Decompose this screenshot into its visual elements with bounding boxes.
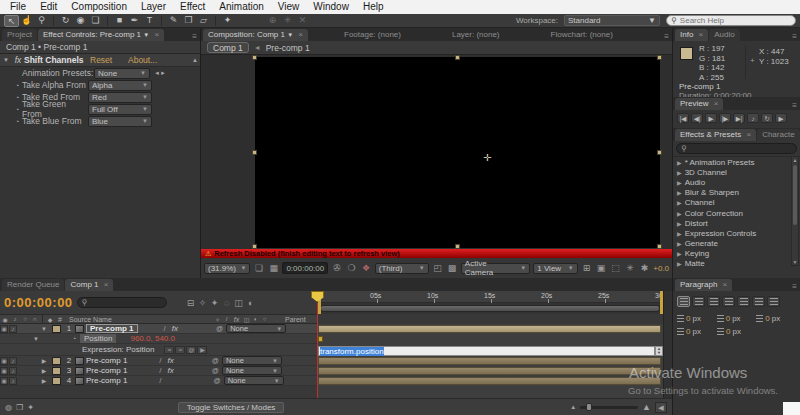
twirl-closed-icon[interactable]: ▶ <box>677 230 682 237</box>
safe-zones-icon[interactable]: ❏ <box>253 263 265 273</box>
time-ruler[interactable]: 05s 10s 15s 20s 25s 30s <box>318 291 663 303</box>
pan-behind-tool-icon[interactable]: ❏ <box>88 15 103 27</box>
tab-audio[interactable]: Audio <box>709 29 739 41</box>
twirl-open-icon[interactable]: ▼ <box>0 57 12 63</box>
hand-tool-icon[interactable]: ☝ <box>19 15 34 27</box>
category-matte[interactable]: ▶Matte <box>673 259 800 269</box>
stopwatch-icon[interactable]: ◔ <box>68 335 80 342</box>
resolution-dropdown[interactable]: (Third) ▼ <box>375 263 429 274</box>
parent-pickwhip-icon[interactable]: @ <box>214 377 221 384</box>
tab-render-queue[interactable]: Render Queue <box>2 279 64 291</box>
scroll-down-icon[interactable]: ▼ <box>792 259 798 265</box>
view-layout-dropdown[interactable]: 1 View ▼ <box>533 263 577 274</box>
comp-flowchart-icon[interactable]: ⊟ <box>185 298 197 308</box>
loop-button[interactable]: ↻ <box>761 113 773 123</box>
parent-dropdown[interactable]: None ▼ <box>222 356 282 365</box>
field-value[interactable]: 0 <box>686 327 690 336</box>
category-channel[interactable]: ▶Channel <box>673 198 800 208</box>
clone-stamp-tool-icon[interactable]: ❐ <box>181 15 196 27</box>
play-button[interactable]: ▶ <box>705 113 717 123</box>
previous-frame-button[interactable]: ◀| <box>691 113 703 123</box>
keyframe-marker[interactable] <box>318 336 323 342</box>
live-update-icon[interactable]: ✧ <box>197 298 209 308</box>
comp-handle[interactable] <box>252 55 257 60</box>
scrollbar-thumb[interactable] <box>793 165 797 225</box>
help-search-input[interactable] <box>680 16 780 25</box>
tab-paragraph[interactable]: Paragraph × <box>675 279 732 291</box>
transparency-grid-icon[interactable]: ▩ <box>446 263 458 273</box>
roi-icon[interactable]: ◰ <box>432 263 444 273</box>
comp-timecode[interactable]: 0:00:00:00 <box>282 262 328 274</box>
zoom-level-dropdown[interactable]: (31.9%) ▼ <box>204 263 250 274</box>
frame-blend-icon[interactable]: ◫ <box>233 298 245 308</box>
last-frame-button[interactable]: ▶| <box>733 113 745 123</box>
expression-row[interactable]: Expression: Position = ≈ @ ▶ <box>0 344 317 356</box>
layer-name[interactable]: Pre-comp 1 <box>86 366 127 375</box>
category-3d-channel[interactable]: ▶3D Channel <box>673 167 800 177</box>
layer-bar-4[interactable] <box>318 377 661 385</box>
field-value[interactable]: 0 <box>686 314 690 323</box>
number-column-icon[interactable]: # <box>55 316 65 323</box>
close-icon[interactable]: × <box>154 30 159 39</box>
twirl-closed-icon[interactable]: ▶ <box>677 210 682 217</box>
timeline-navigator-strip[interactable] <box>663 291 672 398</box>
fx-switch[interactable]: fx <box>172 324 178 333</box>
parent-dropdown[interactable]: None ▼ <box>224 376 284 385</box>
tab-project[interactable]: Project <box>2 29 37 41</box>
panel-menu-icon[interactable]: ≡ <box>789 282 800 291</box>
field-value[interactable]: 0 <box>726 327 730 336</box>
parent-dropdown[interactable]: None ▼ <box>226 324 286 333</box>
menu-edit[interactable]: Edit <box>33 0 64 14</box>
twirl-closed-icon[interactable]: ▶ <box>677 169 682 176</box>
layer-name[interactable]: Pre-comp 1 <box>86 356 127 365</box>
transfer-controls-pane-icon[interactable]: ❒ <box>16 403 23 412</box>
comp-handle[interactable] <box>657 150 662 155</box>
quality-switch[interactable]: / <box>159 356 161 365</box>
menu-effect[interactable]: Effect <box>173 0 212 14</box>
effects-search-box[interactable]: ⚲ <box>676 143 797 154</box>
pixel-aspect-icon[interactable]: ⊞ <box>581 263 593 273</box>
panel-menu-icon[interactable]: ≡ <box>189 32 200 41</box>
draft-3d-icon[interactable]: ✦ <box>209 298 221 308</box>
world-axis-mode-icon[interactable]: ✳ <box>280 15 295 27</box>
menu-file[interactable]: File <box>3 0 33 14</box>
source-name-column[interactable]: Source Name <box>65 316 213 323</box>
scroll-up-icon[interactable]: ▲ <box>192 57 200 63</box>
layer-switches-pane-icon[interactable]: ◍ <box>5 403 12 412</box>
local-axis-mode-icon[interactable]: ⊕ <box>265 15 280 27</box>
fast-preview-icon[interactable]: ▣ <box>595 263 607 273</box>
expression-enable-icon[interactable]: = <box>164 346 174 354</box>
expression-language-icon[interactable]: ▶ <box>197 346 207 354</box>
twirl-open-icon[interactable]: ▼ <box>38 326 50 332</box>
twirl-closed-icon[interactable]: ▶ <box>677 189 682 196</box>
close-icon[interactable]: × <box>298 30 303 39</box>
category-expression-controls[interactable]: ▶Expression Controls <box>673 228 800 238</box>
justify-last-left-button[interactable] <box>722 296 735 307</box>
anchor-point-icon[interactable]: ✛ <box>483 152 491 163</box>
composition-stage[interactable]: ✛ <box>255 57 660 248</box>
twirl-closed-icon[interactable]: ▶ <box>38 377 50 384</box>
stopwatch-icon[interactable]: ◔ <box>12 82 22 89</box>
eraser-tool-icon[interactable]: ▱ <box>196 15 211 27</box>
category-keying[interactable]: ▶Keying <box>673 249 800 259</box>
close-icon[interactable]: × <box>723 280 728 289</box>
work-area-track[interactable] <box>318 303 663 314</box>
composition-viewer[interactable]: ✛ <box>201 55 672 249</box>
about-link[interactable]: About... <box>128 55 157 65</box>
effect-name[interactable]: Shift Channels <box>24 55 90 65</box>
twirl-open-icon[interactable]: ▼ <box>30 336 42 342</box>
eye-toggle[interactable]: ◉ <box>0 377 8 385</box>
layer-bar-1[interactable] <box>318 325 661 333</box>
lock-icon[interactable]: ∩ <box>30 316 40 322</box>
tab-comp-timeline[interactable]: Comp 1 × <box>65 279 113 291</box>
justify-all-button[interactable] <box>767 296 780 307</box>
show-snapshot-icon[interactable]: ❍ <box>346 263 358 273</box>
audio-toggle-button[interactable]: ♪ <box>747 113 759 123</box>
help-search-box[interactable]: ⚲ <box>666 15 796 26</box>
expression-pickwhip-icon[interactable]: @ <box>186 346 196 354</box>
quality-switch[interactable]: / <box>159 366 161 375</box>
puppet-pin-tool-icon[interactable]: ✦ <box>220 15 235 27</box>
category-animation-presets[interactable]: ▶* Animation Presets <box>673 157 800 167</box>
rotation-tool-icon[interactable]: ↻ <box>58 15 73 27</box>
twirl-closed-icon[interactable]: ▶ <box>677 250 682 257</box>
